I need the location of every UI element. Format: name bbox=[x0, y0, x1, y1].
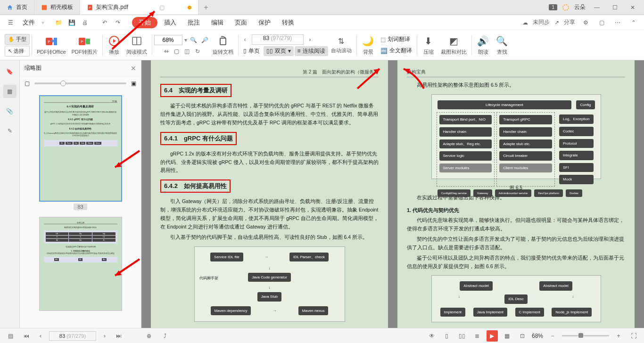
menu-insert[interactable]: 插入 bbox=[159, 16, 181, 29]
zoom-in-icon[interactable]: 🔎 bbox=[200, 36, 210, 44]
background-button[interactable]: 🌙 背景 bbox=[359, 33, 378, 57]
attachment-icon[interactable]: 📎 bbox=[3, 105, 17, 118]
new-tab-button[interactable]: + bbox=[198, 0, 214, 15]
thumbnail-page-84[interactable]: 架构宝典 高易用性架构的整体示意图如图6.5所示 LifeCfgLog TrTr… bbox=[39, 217, 122, 311]
tab-active-doc[interactable]: P 架构宝典.pdf ▢ bbox=[80, 0, 198, 15]
crop-compare-button[interactable]: ◩ 裁图和对比 bbox=[438, 33, 470, 57]
auto-scroll-button[interactable]: ⇅ 自动滚动 bbox=[328, 35, 355, 55]
read-aloud-button[interactable]: 🔊 朗读 bbox=[474, 33, 493, 57]
share-icon[interactable]: ↗ bbox=[554, 19, 559, 26]
close-panel-icon[interactable]: ✕ bbox=[131, 65, 136, 72]
open-icon[interactable]: 📁 bbox=[53, 17, 64, 28]
user-name[interactable]: 云朵 bbox=[574, 3, 586, 11]
zoom-input[interactable] bbox=[154, 35, 182, 45]
menu-annotate[interactable]: 批注 bbox=[183, 16, 205, 29]
close-button[interactable]: ✕ bbox=[626, 1, 639, 14]
zoom-out-thumb-icon[interactable]: ▢ bbox=[25, 80, 30, 87]
panel-toggle-icon[interactable]: ▤ bbox=[5, 330, 16, 342]
fit-visible-icon[interactable]: ↻ bbox=[193, 47, 202, 56]
view-present-icon[interactable]: ▶ bbox=[487, 330, 498, 342]
double-page-button[interactable]: ▯▯双页▾ bbox=[264, 46, 294, 56]
play-button[interactable]: 播放 bbox=[105, 33, 124, 57]
pdf-to-office-button[interactable]: P PDF转Office bbox=[34, 33, 69, 57]
find-button[interactable]: 🔍 查找 bbox=[493, 33, 512, 57]
translate-full-icon: 🔤 bbox=[380, 48, 388, 54]
zoom-out-icon[interactable]: 🔍 bbox=[189, 36, 198, 44]
prev-page-icon[interactable]: ‹ bbox=[35, 330, 46, 342]
thumbnail-icon[interactable]: ▦ bbox=[3, 85, 17, 98]
read-mode-button[interactable]: 阅读模式 bbox=[124, 33, 150, 57]
thumbnail-list[interactable]: 第2篇 6.4 实现的考量及调研 鉴于公司技术栈的异构多语言特性基于契约优先的g… bbox=[20, 90, 141, 328]
view-double-icon[interactable]: ▯▯ bbox=[456, 330, 468, 342]
minimize-button[interactable]: — bbox=[590, 1, 603, 14]
present-icon[interactable]: ▢ bbox=[159, 4, 166, 11]
chevron-down-icon[interactable]: ▾ bbox=[184, 37, 187, 43]
last-page-icon[interactable]: ⏭ bbox=[113, 330, 124, 342]
page-input-bottom[interactable]: 83 (97/279) bbox=[49, 331, 96, 341]
more-icon[interactable]: ⋯ bbox=[612, 17, 623, 28]
zoom-slider[interactable] bbox=[562, 335, 609, 336]
eye-protect-icon[interactable]: 👁 bbox=[426, 330, 438, 342]
undo-icon[interactable]: ↶ bbox=[99, 17, 110, 28]
actual-size-icon[interactable]: ◫ bbox=[182, 47, 192, 56]
continuous-read-button[interactable]: ≡连续阅读 bbox=[295, 46, 328, 56]
maximize-button[interactable]: ☐ bbox=[608, 1, 621, 14]
print-icon[interactable]: 🖨 bbox=[79, 17, 91, 28]
thumbnail-item[interactable]: 第2篇 6.4 实现的考量及调研 鉴于公司技术栈的异构多语言特性基于契约优先的g… bbox=[25, 95, 136, 210]
auto-scroll-icon: ⇅ bbox=[336, 36, 347, 46]
bookmark-icon[interactable]: 🔖 bbox=[3, 65, 17, 78]
first-page-icon[interactable]: ⏮ bbox=[21, 330, 32, 342]
tab-label: 稻壳模板 bbox=[50, 3, 73, 11]
collapse-icon[interactable]: ⌃ bbox=[628, 17, 639, 28]
menu-convert[interactable]: 转换 bbox=[277, 16, 299, 29]
zoom-out-status-icon[interactable]: − bbox=[547, 330, 558, 342]
hand-tool-button[interactable]: ✋手型 bbox=[5, 34, 30, 45]
sync-status[interactable]: 未同步 bbox=[533, 18, 550, 26]
share-label[interactable]: 分享 bbox=[564, 18, 575, 26]
menu-protect[interactable]: 保护 bbox=[254, 16, 275, 29]
view-single-icon[interactable]: ▯ bbox=[441, 330, 453, 342]
full-translate-button[interactable]: 🔤全文翻译 bbox=[378, 46, 415, 56]
thumb-size-slider[interactable] bbox=[34, 82, 126, 84]
thumbnail-item[interactable]: 架构宝典 高易用性架构的整体示意图如图6.5所示 LifeCfgLog TrTr… bbox=[25, 217, 136, 311]
compress-button[interactable]: ⬇ 压缩 bbox=[419, 33, 438, 57]
cloud-sync-icon[interactable]: ☁ bbox=[522, 19, 528, 26]
select-tool-button[interactable]: ↖选择 bbox=[5, 46, 30, 57]
signature-icon[interactable]: ✎ bbox=[3, 124, 17, 138]
export-page-icon[interactable]: ⤴ bbox=[159, 330, 171, 342]
redo-icon[interactable]: ↷ bbox=[112, 17, 124, 28]
home-icon bbox=[7, 4, 13, 11]
next-page-icon[interactable]: › bbox=[99, 330, 110, 342]
thumbnail-page-83[interactable]: 第2篇 6.4 实现的考量及调研 鉴于公司技术栈的异构多语言特性基于契约优先的g… bbox=[39, 95, 122, 202]
highlight-translate-button[interactable]: ⬚划词翻译 bbox=[378, 34, 415, 44]
settings-icon[interactable]: ⚙ bbox=[580, 17, 591, 28]
save-icon[interactable]: 💾 bbox=[66, 17, 77, 28]
hamburger-icon[interactable]: ☰ bbox=[5, 17, 16, 28]
prev-page-icon[interactable]: ‹ bbox=[240, 35, 250, 44]
status-zoom-value: 68% bbox=[532, 333, 543, 339]
zoom-in-thumb-icon[interactable]: ▣ bbox=[131, 80, 136, 87]
fullscreen-icon[interactable]: ⛶ bbox=[628, 330, 639, 342]
menu-edit[interactable]: 编辑 bbox=[206, 16, 228, 29]
fit-page-icon[interactable]: ▢ bbox=[172, 47, 182, 56]
menu-file[interactable]: 文件 bbox=[18, 16, 40, 29]
zoom-fit-icon[interactable]: ⊡ bbox=[517, 330, 528, 342]
tab-home[interactable]: 首页 bbox=[0, 0, 34, 15]
skin-icon[interactable]: ▢ bbox=[596, 17, 607, 28]
view-continuous-icon[interactable]: ≣ bbox=[471, 330, 483, 342]
view-grid-icon[interactable]: ▦ bbox=[502, 330, 513, 342]
paragraph: gRPC 1.2x 的版本没有对分布式环境下的负载均衡、服务注册调用提供支持。基… bbox=[160, 150, 379, 175]
fit-width-icon[interactable]: ⇔ bbox=[162, 47, 171, 56]
menu-start[interactable]: 开始 bbox=[132, 17, 157, 28]
document-area[interactable]: 第 2 篇 面向架构的架构（微服务） 6.4 实现的考量及调研 鉴于公司技术栈的… bbox=[141, 60, 644, 328]
next-page-icon[interactable]: › bbox=[305, 35, 315, 44]
add-page-icon[interactable]: ⊕ bbox=[143, 330, 155, 342]
zoom-in-status-icon[interactable]: + bbox=[613, 330, 624, 342]
menu-page[interactable]: 页面 bbox=[230, 16, 252, 29]
cloud-icon[interactable] bbox=[562, 4, 570, 11]
pdf-to-image-button[interactable]: P PDF转图片 bbox=[69, 33, 100, 57]
page-input[interactable]: 83 (97/279) bbox=[252, 34, 304, 45]
rotate-button[interactable]: 旋转文档 bbox=[210, 33, 236, 57]
single-page-button[interactable]: ▯单页 bbox=[240, 46, 263, 56]
tab-template[interactable]: 稻壳模板 bbox=[34, 0, 80, 15]
